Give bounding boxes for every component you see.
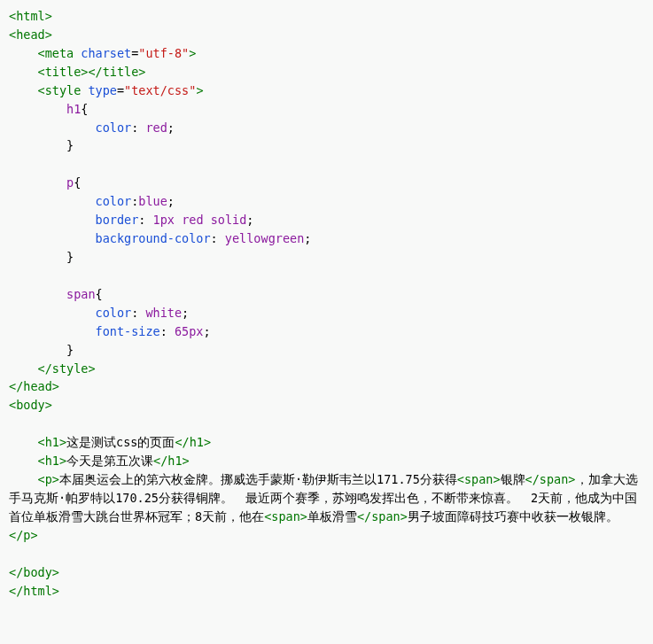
tag-span-1-open: <span>: [457, 472, 501, 486]
tag-body-open: <body>: [9, 398, 52, 412]
brace-h1-close: }: [66, 138, 74, 152]
val-yellowgreen: yellowgreen: [225, 231, 304, 245]
brace-span-close: }: [66, 343, 74, 357]
tag-span-2-close: </span>: [357, 509, 408, 524]
code-block: <html> <head> <meta charset="utf-8"> <ti…: [9, 7, 644, 601]
tag-title-close: </title>: [88, 65, 145, 79]
tag-head-open: <head>: [9, 27, 52, 42]
tag-p-open: <p>: [38, 472, 59, 486]
attr-type: type: [88, 83, 117, 97]
str-textcss: "text/css": [124, 83, 196, 97]
semi-6: ;: [203, 324, 210, 338]
colon-1: :: [131, 120, 145, 135]
tag-style-open: <style: [38, 83, 82, 97]
semi-4: ;: [304, 231, 311, 245]
tag-h1-2-close: </h1>: [153, 454, 190, 468]
eq-2: =: [117, 83, 124, 97]
prop-fontsize: font-size: [96, 324, 160, 338]
tag-h1-1-open: <h1>: [38, 435, 67, 449]
val-1px: 1px: [153, 213, 175, 227]
colon-5: :: [131, 306, 145, 320]
tag-style-close: </style>: [38, 361, 96, 376]
brace-p-open: {: [74, 175, 81, 190]
sel-p: p: [66, 175, 74, 190]
val-red: red: [145, 120, 167, 135]
tag-head-close: </head>: [9, 379, 59, 393]
prop-border: border: [96, 213, 139, 227]
tag-span-2-open: <span>: [264, 509, 307, 524]
val-red2: red: [182, 213, 203, 227]
tag-span-1-close: </span>: [525, 472, 576, 486]
tag-html-open: <html>: [9, 9, 52, 23]
tag-meta-end: >: [189, 46, 196, 60]
brace-h1-open: {: [81, 102, 88, 116]
tag-html-close: </html>: [9, 584, 59, 598]
text-p-3: 男子坡面障碍技巧赛中收获一枚银牌。: [408, 509, 631, 524]
brace-p-close: }: [66, 250, 74, 264]
tag-style-open-end: >: [196, 83, 203, 97]
tag-h1-1-close: </h1>: [175, 435, 211, 449]
semi-5: ;: [182, 306, 189, 320]
prop-color-span: color: [96, 306, 132, 320]
prop-color-p: color: [96, 194, 132, 208]
tag-p-close: </p>: [9, 528, 38, 542]
colon-4: :: [211, 231, 225, 245]
sel-span: span: [66, 287, 96, 301]
text-span-1: 银牌: [501, 472, 525, 486]
val-blue: blue: [138, 194, 167, 208]
semi-1: ;: [167, 120, 175, 135]
colon-6: :: [160, 324, 175, 338]
tag-body-close: </body>: [9, 565, 59, 579]
str-utf8: "utf-8": [138, 46, 189, 60]
prop-bg: background-color: [96, 231, 211, 245]
brace-span-open: {: [96, 287, 103, 301]
prop-color-h1: color: [96, 120, 132, 135]
colon-3: :: [138, 213, 152, 227]
semi-2: ;: [167, 194, 175, 208]
text-p-1: 本届奥运会上的第六枚金牌。挪威选手蒙斯·勒伊斯韦兰以171.75分获得: [59, 472, 457, 486]
tag-meta: <meta: [38, 46, 74, 60]
attr-charset: charset: [81, 46, 131, 60]
val-white: white: [145, 306, 182, 320]
val-65px: 65px: [175, 324, 204, 338]
text-span-2: 单板滑雪: [307, 509, 357, 524]
sel-h1: h1: [66, 102, 81, 116]
tag-h1-2-open: <h1>: [38, 454, 67, 468]
text-h1-2: 今天是第五次课: [66, 454, 153, 468]
text-h1-1: 这是测试css的页面: [66, 435, 175, 449]
val-solid: solid: [211, 213, 247, 227]
semi-3: ;: [246, 213, 253, 227]
tag-title-open: <title>: [38, 65, 89, 79]
